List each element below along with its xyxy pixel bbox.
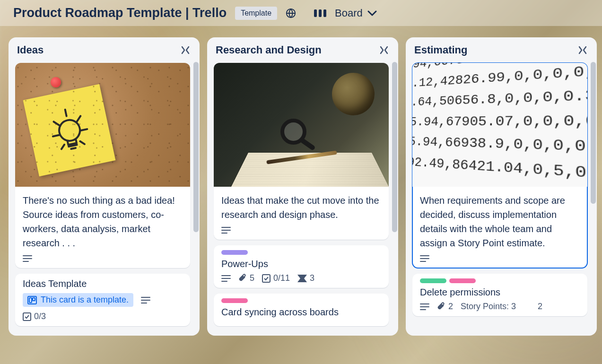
svg-rect-8 bbox=[23, 313, 31, 321]
list-title[interactable]: Estimating bbox=[414, 44, 467, 56]
numbers-overlay: .94,66755.39,0,0,0,0, 9.12,42826.99,0,0,… bbox=[412, 63, 587, 187]
checklist-badge: 0/11 bbox=[262, 273, 290, 283]
label-pink[interactable] bbox=[221, 298, 248, 303]
checklist-count: 0/3 bbox=[34, 312, 46, 321]
checklist-badge: 0/3 bbox=[23, 312, 46, 321]
attachments-badge: 2 bbox=[437, 302, 453, 312]
view-label: Board bbox=[335, 7, 363, 19]
template-chip-label: This card is a template. bbox=[41, 295, 129, 305]
card-cover-image: .94,66755.39,0,0,0,0, 9.12,42826.99,0,0,… bbox=[412, 63, 587, 187]
card-text: When requirements and scope are decided,… bbox=[420, 193, 580, 250]
chevron-down-icon bbox=[367, 10, 377, 16]
description-icon bbox=[23, 255, 32, 262]
description-icon bbox=[221, 226, 231, 234]
description-icon bbox=[141, 296, 150, 304]
story-points-badge: Story Points: 3 bbox=[461, 302, 516, 312]
list-header: Ideas bbox=[15, 44, 196, 63]
card-ideas-intro[interactable]: There's no such thing as a bad idea! Sou… bbox=[15, 63, 190, 268]
label-green[interactable] bbox=[420, 278, 446, 283]
checklist-count: 0/11 bbox=[273, 273, 290, 283]
collapse-list-icon[interactable] bbox=[179, 46, 192, 54]
label-pink[interactable] bbox=[449, 278, 476, 283]
board-lists-container: Ideas There's no such th bbox=[0, 26, 602, 347]
svg-rect-7 bbox=[33, 298, 35, 301]
custom-badge: 3 bbox=[297, 273, 314, 283]
view-switcher[interactable]: Board bbox=[335, 7, 377, 19]
attachments-count: 5 bbox=[250, 273, 254, 283]
card-title: Delete permissions bbox=[420, 287, 580, 298]
collapse-list-icon[interactable] bbox=[576, 46, 589, 54]
card-title: Ideas Template bbox=[23, 278, 183, 289]
svg-rect-9 bbox=[262, 275, 270, 282]
card-cover-image bbox=[15, 63, 190, 187]
list-title[interactable]: Research and Design bbox=[216, 44, 322, 56]
globe-object bbox=[332, 73, 375, 115]
custom-count: 3 bbox=[310, 273, 314, 283]
card-syncing[interactable]: Card syncing across boards bbox=[214, 294, 389, 326]
list-header: Estimating bbox=[412, 44, 593, 63]
card-delete-permissions[interactable]: Delete permissions 2 Story Points: 3 2 bbox=[412, 274, 587, 316]
list-header: Research and Design bbox=[214, 44, 394, 63]
svg-rect-2 bbox=[319, 9, 322, 17]
svg-rect-1 bbox=[314, 9, 317, 17]
pin-icon bbox=[51, 77, 61, 87]
card-labels bbox=[221, 250, 381, 255]
list-scrollbar[interactable] bbox=[392, 62, 397, 232]
svg-rect-3 bbox=[323, 9, 326, 17]
extra-number: 2 bbox=[538, 302, 542, 312]
label-purple[interactable] bbox=[221, 250, 248, 255]
board-view-icon bbox=[314, 8, 326, 18]
list-scrollbar[interactable] bbox=[193, 62, 199, 232]
attachments-badge: 5 bbox=[238, 273, 254, 283]
card-title: Power-Ups bbox=[221, 259, 381, 269]
template-badge[interactable]: Template bbox=[235, 7, 277, 20]
card-research-intro[interactable]: Ideas that make the cut move into the re… bbox=[214, 63, 389, 240]
collapse-list-icon[interactable] bbox=[377, 46, 391, 54]
card-cover-image bbox=[214, 63, 389, 187]
card-ideas-template[interactable]: Ideas Template This card is a template. … bbox=[15, 274, 190, 326]
card-labels bbox=[420, 278, 580, 283]
list-estimating: Estimating .94,66755.39,0,0,0,0, 9.12,42… bbox=[406, 37, 597, 336]
description-icon bbox=[221, 275, 231, 282]
card-text: There's no such thing as a bad idea! Sou… bbox=[23, 193, 183, 250]
board-header: Product Roadmap Template | Trello Templa… bbox=[0, 0, 602, 26]
list-scrollbar[interactable] bbox=[591, 62, 596, 204]
card-power-ups[interactable]: Power-Ups 5 0/11 3 bbox=[214, 245, 389, 288]
card-estimating-intro[interactable]: .94,66755.39,0,0,0,0, 9.12,42826.99,0,0,… bbox=[412, 63, 587, 268]
magnifier-icon bbox=[280, 119, 306, 145]
list-title[interactable]: Ideas bbox=[17, 44, 44, 56]
svg-rect-6 bbox=[29, 298, 32, 303]
card-labels bbox=[221, 298, 381, 303]
board-title[interactable]: Product Roadmap Template | Trello bbox=[13, 6, 227, 20]
sticky-note bbox=[23, 84, 116, 177]
visibility-globe-icon[interactable] bbox=[286, 8, 296, 18]
svg-point-4 bbox=[57, 118, 81, 142]
card-title: Card syncing across boards bbox=[221, 307, 381, 318]
description-icon bbox=[420, 255, 429, 262]
attachments-count: 2 bbox=[448, 302, 453, 312]
list-ideas: Ideas There's no such th bbox=[9, 37, 200, 336]
card-text: Ideas that make the cut move into the re… bbox=[221, 193, 381, 222]
description-icon bbox=[420, 303, 429, 311]
list-research-design: Research and Design Ideas that make the … bbox=[207, 37, 398, 336]
template-card-badge: This card is a template. bbox=[23, 293, 133, 307]
